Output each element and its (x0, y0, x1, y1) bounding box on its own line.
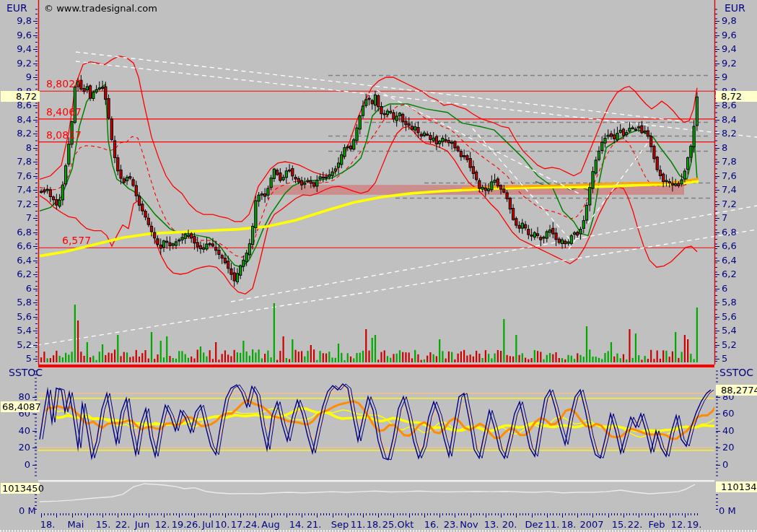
price-tick-label-right: 9,4 (722, 44, 737, 54)
price-tick-label-left: 5,6 (0, 312, 32, 322)
volume-value-box-right: 11013450 (716, 481, 757, 492)
price-tick-label-right: 5,6 (722, 312, 737, 322)
volume-value-box-left: 1013450 (1, 483, 40, 494)
sstoc-tick-label-left: 20 (0, 442, 30, 453)
price-tick-label-left: 5,8 (0, 297, 32, 308)
price-tick-label-left: 8,2 (0, 128, 32, 139)
sstoc-value-box-right: 88,2774 (716, 385, 757, 396)
trading-chart-window: EUR © www.tradesignal.com EUR 8,8027 8,4… (0, 0, 757, 532)
price-tick-label-right: 7,4 (722, 185, 737, 195)
sstoc-title-left: SSTOC (9, 367, 43, 378)
price-tick-label-left: 5 (0, 354, 32, 364)
price-axis-title-right: EUR (725, 3, 745, 13)
hline-label-8-8027: 8,8027 (46, 79, 82, 90)
price-tick-label-right: 9 (722, 72, 727, 82)
sstoc-title-right: SSTOC (719, 367, 753, 378)
price-tick-label-right: 9,2 (722, 58, 737, 69)
x-axis-label: 18. (32, 520, 64, 530)
volume-zero-label-right: 0 M (719, 506, 736, 516)
price-tick-label-right: 5,8 (722, 297, 737, 308)
price-tick-label-left: 5,2 (0, 340, 32, 350)
price-tick-label-right: 8,4 (722, 115, 737, 125)
price-tick-label-right: 6,8 (722, 227, 737, 237)
price-tick-label-left: 6,6 (0, 241, 32, 251)
hline-label-6-577: 6,577 (62, 235, 91, 246)
hline-label-8-4067: 8,4067 (46, 107, 82, 118)
price-tick-label-left: 7,8 (0, 157, 32, 167)
price-tick-label-right: 6,2 (722, 269, 737, 279)
sstoc-tick-label-right: 0 (722, 460, 728, 470)
price-tick-label-right: 6,6 (722, 241, 737, 251)
sstoc-tick-label-right: 40 (722, 426, 735, 436)
price-tick-label-left: 8 (0, 143, 32, 153)
price-tick-label-right: 5,4 (722, 326, 737, 336)
price-tick-label-right: 7,8 (722, 157, 737, 167)
price-tick-label-right: 7,2 (722, 199, 737, 209)
price-tick-label-right: 7,6 (722, 171, 737, 181)
price-axis-title-left: EUR (6, 3, 27, 13)
price-tick-label-left: 7,2 (0, 199, 32, 209)
price-tick-label-left: 9,2 (0, 58, 32, 69)
sstoc-tick-label-left: 0 (0, 460, 30, 470)
price-tick-label-right: 6 (722, 284, 727, 294)
price-tick-label-left: 6,8 (0, 227, 32, 237)
price-tick-label-right: 5 (722, 354, 727, 364)
copyright-text: © www.tradesignal.com (44, 4, 157, 14)
price-tick-label-right: 5,2 (722, 340, 737, 350)
price-tick-label-right: 9,6 (722, 30, 737, 40)
price-tick-label-left: 9,6 (0, 30, 32, 40)
price-tick-label-right: 7 (722, 213, 727, 223)
last-price-box-left: 8,72 (1, 91, 40, 102)
price-tick-label-left: 9,8 (0, 16, 32, 26)
sstoc-tick-label-right: 60 (722, 409, 735, 419)
sstoc-tick-label-right: 20 (722, 442, 735, 453)
sstoc-tick-label-left: 80 (0, 392, 30, 402)
price-tick-label-right: 8,2 (722, 128, 737, 139)
hline-label-8-0817: 8,0817 (46, 130, 82, 141)
x-axis-label: 19. (678, 520, 710, 530)
price-tick-label-right: 8 (722, 143, 727, 153)
price-tick-label-left: 6,4 (0, 256, 32, 266)
price-tick-label-left: 7,4 (0, 185, 32, 195)
price-tick-label-left: 6,2 (0, 269, 32, 279)
price-tick-label-left: 9 (0, 72, 32, 82)
sstoc-value-box-left: 68,4087 (1, 401, 40, 412)
price-tick-label-right: 9,8 (722, 16, 737, 26)
chart-canvas[interactable] (0, 0, 757, 532)
volume-zero-label-left: 0 M (19, 506, 36, 516)
price-tick-label-left: 8,4 (0, 115, 32, 125)
price-tick-label-left: 8,6 (0, 100, 32, 110)
price-tick-label-right: 6,4 (722, 256, 737, 266)
price-tick-label-left: 7 (0, 213, 32, 223)
sstoc-tick-label-left: 40 (0, 426, 30, 436)
price-tick-label-left: 7,6 (0, 171, 32, 181)
last-price-box-right: 8,72 (716, 91, 757, 102)
price-tick-label-left: 9,4 (0, 44, 32, 54)
price-tick-label-right: 8,6 (722, 100, 737, 110)
price-tick-label-left: 6 (0, 284, 32, 294)
price-tick-label-left: 5,4 (0, 326, 32, 336)
